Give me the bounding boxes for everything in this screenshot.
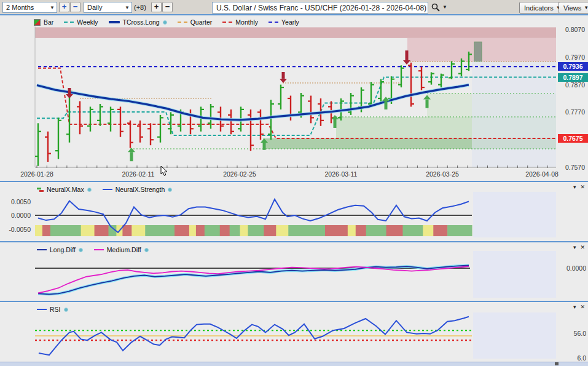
window-bottom-bar	[0, 362, 588, 366]
close-panel-icon[interactable]: ✕	[580, 304, 585, 310]
price-level-badge: 0.7936	[558, 62, 588, 71]
ohlc-bar	[418, 66, 425, 90]
close-panel-icon[interactable]: ✕	[580, 184, 585, 190]
forecast-region	[473, 192, 556, 237]
price-level-badge: 0.7675	[558, 134, 588, 143]
forex-charting-app: 2 Months ▼ + − Daily ▼ (+8) + − U.S. Dol…	[0, 0, 588, 366]
axis-tick-label: 0.7970	[558, 54, 585, 61]
legend-item-rsi[interactable]: RSI	[37, 306, 68, 313]
period-select[interactable]: 2 Months ▼	[2, 2, 57, 13]
legend-item-neuralx-max[interactable]: NeuralX.Max	[37, 186, 92, 193]
neuralx-strength-icon	[103, 189, 112, 190]
rsi-panel-chart[interactable]	[0, 302, 558, 361]
axis-tick-label: 2026-03-11	[325, 170, 358, 178]
search-icon[interactable]	[431, 3, 440, 13]
axis-tick-label: 2026-02-25	[223, 170, 256, 178]
ohlc-bar	[97, 104, 103, 126]
diff-legend: Long.Diff Medium.Diff	[37, 246, 149, 253]
interval-select[interactable]: Daily ▼	[84, 2, 132, 13]
collapse-panel-icon[interactable]: ▾	[573, 304, 576, 310]
info-dot-icon[interactable]	[64, 308, 68, 312]
ohlc-bar	[248, 109, 254, 151]
ohlc-bar	[77, 101, 83, 134]
chevron-down-icon: ▼	[584, 5, 588, 10]
ohlc-bar	[147, 123, 154, 145]
long-diff-line	[38, 265, 469, 294]
price-level-badge: 0.7897	[558, 73, 588, 82]
axis-tick-label: -0.0050	[4, 226, 31, 233]
legend-item-long-diff[interactable]: Long.Diff	[37, 246, 83, 253]
ohlc-bar	[35, 123, 41, 165]
neuralx-legend: NeuralX.Max NeuralX.Strength	[37, 186, 172, 193]
chevron-down-icon: ▼	[50, 5, 55, 10]
axis-tick-label: 0.0000	[4, 212, 31, 219]
collapse-panel-icon[interactable]: ▾	[573, 184, 576, 190]
axis-tick-label: 0.7570	[558, 164, 585, 171]
search-dropdown-caret[interactable]: ▼	[442, 4, 447, 10]
long-diff-icon	[37, 249, 47, 250]
diff-panel-controls: ▾ ✕	[573, 244, 585, 250]
tcross-long-line	[37, 85, 469, 120]
axis-tick-label: 2026-03-25	[426, 170, 459, 178]
forecast-region	[473, 251, 556, 298]
axis-tick-label: 56.0	[559, 330, 586, 337]
ohlc-bar	[45, 132, 51, 162]
axis-tick-label: 6.0	[559, 354, 586, 362]
info-dot-icon[interactable]	[168, 188, 172, 192]
axis-tick-label: 0.8070	[558, 26, 585, 33]
ohlc-bar	[278, 85, 284, 109]
neuralx-max-strip	[35, 225, 472, 236]
ohlc-bar	[449, 62, 455, 79]
axis-tick-label: 0.7870	[558, 81, 585, 89]
ohlc-bar	[87, 106, 93, 131]
mouse-cursor	[160, 166, 170, 177]
ohlc-bar	[208, 104, 214, 129]
info-dot-icon[interactable]	[144, 248, 149, 252]
collapse-panel-icon[interactable]: ▾	[573, 244, 576, 250]
ohlc-bar	[157, 115, 163, 143]
ohlc-bar	[55, 117, 61, 159]
buy-arrow-icon	[128, 148, 135, 161]
panel-divider[interactable]	[0, 241, 588, 242]
axis-tick-label: 0.0000	[559, 265, 586, 272]
symbol-search-input[interactable]: U.S. Dollar / Swiss Franc - USD/CHF (202…	[212, 2, 428, 14]
axis-tick-label: 2026-04-08	[525, 170, 559, 178]
forecast-bar	[474, 42, 482, 61]
medium-diff-line	[38, 266, 469, 293]
sell-arrow-icon	[280, 72, 287, 83]
rsi-icon	[37, 309, 47, 310]
axis-tick-label: 0.0050	[4, 198, 31, 205]
ohlc-bar	[168, 112, 174, 134]
ohlc-bar	[108, 106, 114, 131]
ohlc-bar	[228, 109, 234, 134]
close-panel-icon[interactable]: ✕	[580, 244, 585, 250]
axis-tick-label: 2026-01-28	[20, 170, 53, 178]
main-price-chart[interactable]	[0, 15, 558, 181]
ohlc-bar	[308, 96, 314, 124]
info-dot-icon[interactable]	[79, 248, 83, 252]
legend-item-neuralx-strength[interactable]: NeuralX.Strength	[103, 186, 173, 193]
panel-divider[interactable]	[0, 181, 588, 182]
bar-minus-button[interactable]: −	[162, 2, 173, 12]
forecast-region	[473, 312, 556, 359]
ohlc-bar	[408, 63, 414, 107]
period-zoom-in-button[interactable]: +	[59, 2, 69, 12]
toolbar: 2 Months ▼ + − Daily ▼ (+8) + − U.S. Dol…	[0, 0, 588, 15]
ohlc-bar	[117, 106, 123, 137]
ohlc-bar	[438, 74, 444, 87]
bar-plus-button[interactable]: +	[151, 2, 162, 12]
info-dot-icon[interactable]	[87, 188, 92, 192]
period-zoom-out-button[interactable]: −	[70, 2, 80, 12]
legend-item-medium-diff[interactable]: Medium.Diff	[94, 246, 149, 253]
medium-diff-icon	[94, 249, 104, 250]
ohlc-bar	[398, 65, 404, 87]
panel-divider[interactable]	[0, 301, 588, 302]
resize-grip-icon[interactable]	[555, 362, 559, 365]
interval-value: Daily	[87, 4, 102, 11]
neuralx-max-icon	[37, 187, 44, 193]
rsi-legend: RSI	[37, 306, 68, 313]
period-value: 2 Months	[6, 4, 34, 11]
ohlc-bar	[428, 72, 434, 84]
views-button[interactable]: Views ▼	[559, 2, 588, 14]
axis-tick-label: 0.7770	[558, 108, 585, 116]
